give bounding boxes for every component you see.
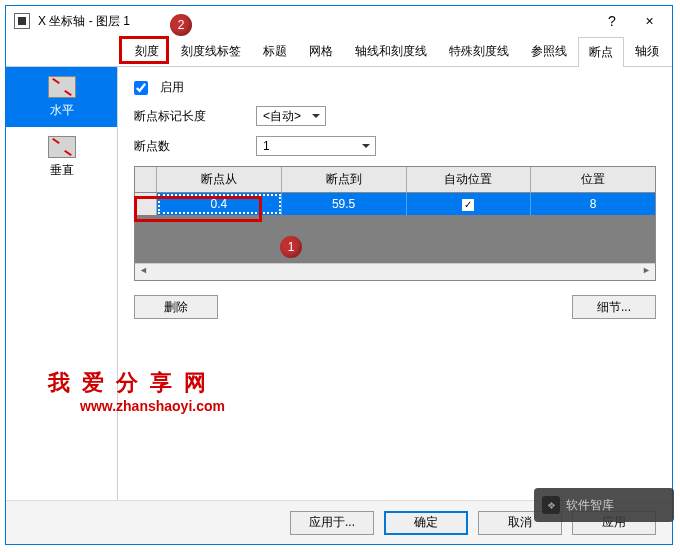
row-header [135, 193, 157, 215]
table-empty-area [135, 215, 655, 263]
tab-title[interactable]: 标题 [252, 36, 298, 66]
tab-line-ticks[interactable]: 轴线和刻度线 [344, 36, 438, 66]
watermark-url: www.zhanshaoyi.com [80, 398, 225, 414]
marker-length-label: 断点标记长度 [134, 108, 244, 125]
breaks-table: 断点从 断点到 自动位置 位置 0.4 59.5 ✓ 8 [134, 166, 656, 281]
break-count-select[interactable]: 1 [256, 136, 376, 156]
tab-reference-lines[interactable]: 参照线 [520, 36, 578, 66]
ok-button[interactable]: 确定 [384, 511, 468, 535]
cell-auto[interactable]: ✓ [407, 193, 532, 215]
enable-checkbox[interactable] [134, 81, 148, 95]
callout-badge-1: 1 [280, 236, 302, 258]
details-button[interactable]: 细节... [572, 295, 656, 319]
tab-scale[interactable]: 刻度 [124, 36, 170, 66]
break-count-label: 断点数 [134, 138, 244, 155]
tab-special-ticks[interactable]: 特殊刻度线 [438, 36, 520, 66]
table-hscroll[interactable] [135, 263, 655, 280]
callout-badge-2: 2 [170, 14, 192, 36]
main-panel: 启用 断点标记长度 <自动> 断点数 1 断点从 断点到 自动位置 位置 [118, 67, 672, 500]
close-button[interactable]: × [627, 6, 672, 36]
title-bar: X 坐标轴 - 图层 1 ? × [6, 6, 672, 36]
col-header-auto[interactable]: 自动位置 [407, 167, 532, 193]
watermark-text: 我爱分享网 [48, 368, 218, 398]
enable-label: 启用 [160, 79, 184, 96]
axis-sidebar: 水平 垂直 [6, 67, 118, 500]
cell-from[interactable]: 0.4 [157, 193, 282, 215]
col-header-to[interactable]: 断点到 [282, 167, 407, 193]
tab-bar: 刻度 刻度线标签 标题 网格 轴线和刻度线 特殊刻度线 参照线 断点 轴须 [6, 36, 672, 67]
col-header-pos[interactable]: 位置 [531, 167, 655, 193]
col-header-from[interactable]: 断点从 [157, 167, 282, 193]
sidebar-item-label: 垂直 [50, 162, 74, 179]
toast-text: 软件智库 [566, 497, 614, 514]
vertical-axis-icon [48, 136, 76, 158]
sidebar-item-horizontal[interactable]: 水平 [6, 67, 117, 127]
marker-length-select[interactable]: <自动> [256, 106, 326, 126]
cell-pos[interactable]: 8 [531, 193, 655, 215]
app-icon [14, 13, 30, 29]
cell-to[interactable]: 59.5 [282, 193, 407, 215]
tab-grid[interactable]: 网格 [298, 36, 344, 66]
apply-to-button[interactable]: 应用于... [290, 511, 374, 535]
help-button[interactable]: ? [597, 6, 627, 36]
tab-rug[interactable]: 轴须 [624, 36, 670, 66]
table-row[interactable]: 0.4 59.5 ✓ 8 [135, 193, 655, 215]
col-header-blank [135, 167, 157, 193]
sidebar-item-label: 水平 [50, 102, 74, 119]
tab-tick-labels[interactable]: 刻度线标签 [170, 36, 252, 66]
window-title: X 坐标轴 - 图层 1 [38, 13, 597, 30]
delete-button[interactable]: 删除 [134, 295, 218, 319]
tab-breaks[interactable]: 断点 [578, 37, 624, 67]
wechat-icon: ❖ [542, 496, 560, 514]
horizontal-axis-icon [48, 76, 76, 98]
toast-notification: ❖ 软件智库 [534, 488, 674, 522]
sidebar-item-vertical[interactable]: 垂直 [6, 127, 117, 187]
